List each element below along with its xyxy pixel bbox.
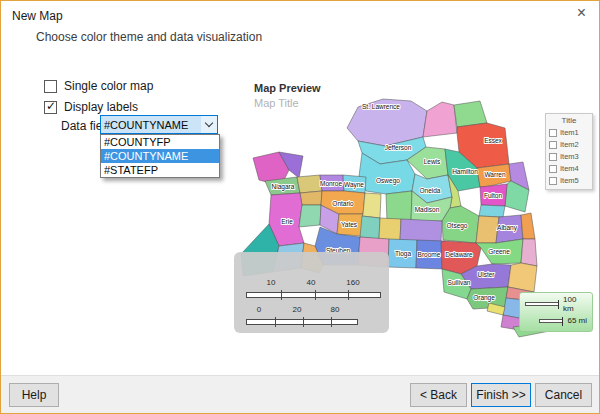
scale-label: 10 <box>267 278 276 287</box>
county-region-19 <box>400 219 442 242</box>
legend-item: Item5 <box>549 176 589 185</box>
legend-item-label: Item5 <box>560 176 579 185</box>
county-label-sullivan: Sullivan <box>448 279 471 286</box>
chevron-down-icon <box>205 119 213 127</box>
county-label-monroe: Monroe <box>320 180 342 187</box>
county-label-erie: Erie <box>281 218 293 225</box>
legend-swatch <box>549 141 557 149</box>
scale-panel: 1040160 02080 <box>234 252 389 333</box>
km-scale-label: 100 km <box>563 295 587 313</box>
new-map-dialog: New Map × Choose color theme and data vi… <box>0 0 600 414</box>
legend-item-label: Item2 <box>560 140 579 149</box>
county-label-albany: Albany <box>497 224 518 232</box>
scale-label: 0 <box>257 305 261 314</box>
data-field-combobox[interactable]: #COUNTYNAME <box>100 115 218 134</box>
county-region-14 <box>386 191 412 222</box>
county-label-orange: Orange <box>473 294 495 302</box>
county-label-wayne: Wayne <box>344 181 364 189</box>
dropdown-option-countyfp[interactable]: #COUNTYFP <box>101 135 219 149</box>
county-label-tioga: Tioga <box>395 250 411 258</box>
distance-scale: 100 km 65 mi <box>519 292 593 332</box>
legend-item: Item4 <box>549 164 589 173</box>
county-label-lewis: Lewis <box>424 158 441 165</box>
dropdown-option-countyname[interactable]: #COUNTYNAME <box>101 149 219 163</box>
dialog-subtitle: Choose color theme and data visualizatio… <box>36 30 262 44</box>
county-label-warren: Warren <box>484 171 505 178</box>
dropdown-option-statefp[interactable]: #STATEFP <box>101 163 219 177</box>
km-scale-bar <box>525 302 559 306</box>
display-labels-option[interactable]: Display labels <box>44 100 138 114</box>
county-region-9 <box>297 175 322 193</box>
county-region-13 <box>362 193 381 218</box>
single-color-checkbox[interactable] <box>44 80 57 93</box>
county-region-4 <box>454 101 487 127</box>
scalebar2-labels: 02080 <box>234 305 389 314</box>
combobox-value: #COUNTYNAME <box>101 119 201 131</box>
county-region-8 <box>479 205 505 217</box>
close-icon[interactable]: × <box>577 5 586 21</box>
county-region-15 <box>476 216 499 243</box>
cancel-button[interactable]: Cancel <box>535 383 592 407</box>
county-label-otsego: Otsego <box>447 222 468 230</box>
finish-button[interactable]: Finish >> <box>471 383 531 407</box>
legend-item-label: Item1 <box>560 128 579 137</box>
scalebar2 <box>246 319 358 325</box>
county-label-madison: Madison <box>415 206 440 213</box>
county-region-16 <box>521 213 535 239</box>
legend-title: Title <box>549 116 589 125</box>
county-region-21 <box>521 239 537 266</box>
single-color-label: Single color map <box>64 79 153 93</box>
legend-swatch <box>549 165 557 173</box>
display-labels-checkbox[interactable] <box>44 101 57 114</box>
window-title: New Map <box>12 9 63 23</box>
county-region-10 <box>300 191 322 205</box>
county-region-11 <box>299 205 321 227</box>
legend-swatch <box>549 129 557 137</box>
legend-item-label: Item3 <box>560 152 579 161</box>
county-label-niagara: Niagara <box>272 183 295 191</box>
scale-label: 80 <box>331 305 340 314</box>
county-label-yates: Yates <box>341 221 358 228</box>
scalebar1-labels: 1040160 <box>234 278 389 287</box>
mi-scale-bar <box>539 319 563 323</box>
legend-item: Item2 <box>549 140 589 149</box>
county-label-delaware: Delaware <box>445 251 473 258</box>
back-button[interactable]: < Back <box>410 383 467 407</box>
single-color-map-option[interactable]: Single color map <box>44 79 153 93</box>
legend-items: Item1Item2Item3Item4Item5 <box>549 128 589 185</box>
county-label-fulton: Fulton <box>484 192 502 199</box>
legend-swatch <box>549 177 557 185</box>
legend-item: Item1 <box>549 128 589 137</box>
km-scale-row: 100 km <box>525 295 587 312</box>
county-label-hamilton: Hamilton <box>452 168 478 175</box>
mi-scale-row: 65 mi <box>525 312 587 329</box>
mi-scale-label: 65 mi <box>567 316 587 325</box>
help-button[interactable]: Help <box>9 383 59 407</box>
preview-heading: Map Preview <box>254 82 321 94</box>
data-field-dropdown-list: #COUNTYFP#COUNTYNAME#STATEFP <box>100 134 220 178</box>
county-label-broome: Broome <box>418 251 441 258</box>
scalebar1 <box>246 292 381 298</box>
county-label-ulster: Ulster <box>478 271 496 278</box>
scale-label: 40 <box>307 278 316 287</box>
county-label-oneida: Oneida <box>420 187 441 194</box>
combobox-dropdown-button[interactable] <box>201 116 217 133</box>
footer-bar: Help < Back Finish >> Cancel <box>1 375 599 413</box>
scale-label: 20 <box>293 305 302 314</box>
scale-label: 160 <box>346 278 359 287</box>
county-region-3 <box>423 102 457 137</box>
legend-item: Item3 <box>549 152 589 161</box>
legend-item-label: Item4 <box>560 164 579 173</box>
county-region-17 <box>360 216 380 239</box>
county-label-ontario: Ontario <box>332 200 354 207</box>
display-labels-label: Display labels <box>64 100 138 114</box>
county-label-st-lawrence: St. Lawrence <box>362 103 400 110</box>
county-label-essex: Essex <box>484 137 502 144</box>
map-legend: Title Item1Item2Item3Item4Item5 <box>545 113 593 190</box>
county-label-oswego: Oswego <box>376 177 400 185</box>
county-region-18 <box>379 218 401 240</box>
county-label-jefferson: Jefferson <box>385 144 412 151</box>
county-label-greene: Greene <box>488 248 510 255</box>
legend-swatch <box>549 153 557 161</box>
